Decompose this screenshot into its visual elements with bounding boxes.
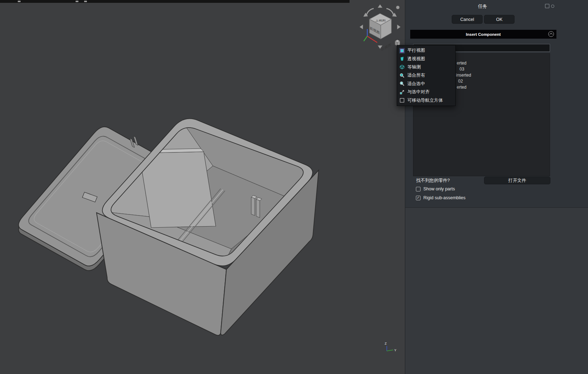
list-item[interactable]: inserted [456, 73, 471, 78]
checkbox-icon[interactable] [416, 187, 421, 191]
insert-component-header[interactable]: Insert Component [410, 30, 556, 39]
menu-item-fit-selection[interactable]: 适合选中 [397, 80, 455, 88]
menu-item-fit-all[interactable]: 适合所有 [397, 71, 455, 79]
axis-z-label: Z [385, 342, 387, 345]
rotate-left-arrow-icon[interactable] [367, 9, 374, 15]
menu-item-label: 适合选中 [407, 81, 425, 87]
app-window: 上视图 前视图 右视图 [0, 0, 588, 374]
rigid-sub-assemblies-checkbox[interactable]: Rigid sub-assemblies [416, 195, 466, 200]
insert-component-title: Insert Component [466, 32, 501, 37]
open-file-button[interactable]: 打开文件 [484, 177, 550, 184]
checkbox-label: Rigid sub-assemblies [423, 195, 466, 200]
cancel-button[interactable]: Cancel [452, 15, 483, 24]
menu-item-movable-navcube[interactable]: 可移动导航立方体 [397, 96, 455, 104]
fit-all-icon [399, 73, 405, 78]
menu-item-align-to-selection[interactable]: 与选中对齐 [397, 88, 455, 96]
menu-item-label: 可移动导航立方体 [407, 97, 443, 104]
rotate-right-arrow-icon[interactable] [386, 9, 394, 15]
align-to-selection-icon [399, 89, 405, 95]
menu-item-label: 与选中对齐 [407, 89, 430, 95]
panel-menu-icon[interactable] [551, 5, 554, 8]
ok-button[interactable]: OK [484, 15, 515, 24]
perspective-view-icon [399, 56, 405, 62]
navigation-cube[interactable]: 上视图 前视图 右视图 [356, 1, 404, 51]
show-only-parts-checkbox[interactable]: Show only parts [416, 186, 455, 191]
menu-item-label: 适合所有 [407, 72, 425, 78]
menubar-icon [76, 1, 78, 2]
nav-cube-top-face-label[interactable]: 上视图 [375, 19, 386, 22]
float-panel-icon[interactable] [545, 4, 549, 8]
view-context-menu: 平行视图 透视视图 等轴测 适合所有 [397, 45, 456, 106]
fit-selection-icon [399, 81, 405, 86]
checkbox-icon[interactable] [416, 196, 421, 200]
panel-title: 任务 [410, 3, 555, 10]
menu-item-label: 透视视图 [407, 56, 425, 62]
nav-cube-right-face-label[interactable]: 右视图 [381, 43, 391, 51]
menu-item-label: 平行视图 [407, 48, 425, 54]
list-item[interactable]: 03 [460, 67, 464, 72]
parallel-view-icon [399, 48, 405, 54]
menu-item-perspective-view[interactable]: 透视视图 [397, 55, 455, 63]
nav-up-arrow-icon[interactable] [378, 4, 383, 8]
menu-item-label: 等轴测 [407, 64, 421, 70]
nav-menu-button[interactable] [396, 6, 400, 9]
axis-y-label: Y [394, 348, 396, 352]
collapse-section-icon[interactable] [548, 31, 554, 37]
axis-indicator: Z Y [379, 338, 402, 355]
list-item[interactable]: erted [457, 61, 466, 66]
menubar-icon [18, 1, 21, 2]
menubar-icon [84, 1, 87, 2]
menubar-sliver [0, 0, 350, 3]
3d-viewport[interactable]: 上视图 前视图 右视图 [0, 0, 405, 374]
menu-item-parallel-view[interactable]: 平行视图 [397, 46, 455, 55]
checkbox-label: Show only parts [423, 186, 455, 191]
menu-item-isometric[interactable]: 等轴测 [397, 63, 455, 71]
nav-left-arrow-icon[interactable] [359, 24, 363, 29]
list-item[interactable]: 02 [458, 79, 463, 84]
list-item[interactable]: erted [457, 85, 466, 90]
3d-model[interactable] [0, 0, 405, 374]
not-found-label: 找不到您的零件? [416, 178, 450, 184]
checkbox-unchecked-icon [399, 97, 405, 103]
nav-right-arrow-icon[interactable] [397, 24, 401, 29]
isometric-view-icon [399, 64, 405, 70]
